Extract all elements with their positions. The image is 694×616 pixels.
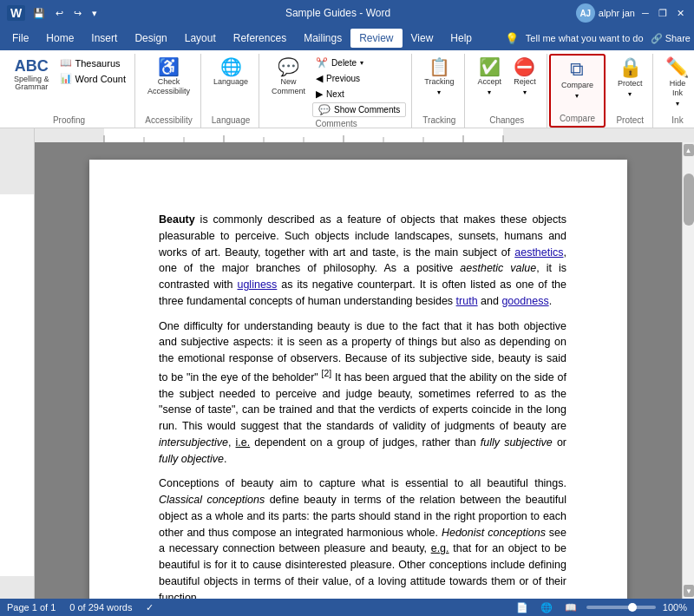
delete-icon: ✂️ bbox=[316, 57, 328, 69]
tracking-label: Tracking bbox=[419, 114, 459, 128]
ribbon-group-accessibility: ♿ CheckAccessibility Accessibility bbox=[137, 54, 201, 128]
delete-comment-button[interactable]: ✂️ Delete ▾ bbox=[312, 56, 406, 70]
app-wrapper: W 💾 ↩ ↪ ▾ Sample Guides - Word AJ alphr … bbox=[0, 0, 694, 616]
accept-dropdown-icon: ▾ bbox=[488, 88, 491, 96]
protect-dropdown-icon: ▾ bbox=[628, 90, 632, 98]
show-comments-button[interactable]: 💬 Show Comments bbox=[312, 102, 406, 117]
goodness-link[interactable]: goodness bbox=[501, 295, 548, 307]
previous-icon: ◀ bbox=[316, 73, 323, 84]
restore-button[interactable]: ❐ bbox=[656, 6, 670, 20]
menu-file[interactable]: File bbox=[3, 29, 37, 48]
scroll-down-button[interactable]: ▼ bbox=[684, 585, 694, 597]
menu-review[interactable]: Review bbox=[350, 29, 402, 48]
language-buttons: 🌐 Language bbox=[208, 56, 253, 114]
zoom-thumb[interactable] bbox=[628, 603, 637, 612]
reject-button[interactable]: ⛔ Reject ▾ bbox=[508, 56, 541, 99]
view-read-icon[interactable]: 📖 bbox=[562, 602, 579, 613]
compare-dropdown-icon: ▾ bbox=[575, 92, 579, 100]
show-comments-icon: 💬 bbox=[318, 104, 331, 115]
compare-label: Compare bbox=[556, 112, 599, 126]
ribbon-group-changes: ✅ Accept ▾ ⛔ Reject ▾ Changes bbox=[467, 54, 547, 128]
aesthetics-link[interactable]: aesthetics bbox=[514, 246, 563, 259]
vertical-ruler bbox=[0, 142, 35, 599]
view-web-icon[interactable]: 🌐 bbox=[538, 602, 555, 613]
language-button[interactable]: 🌐 Language bbox=[208, 56, 253, 89]
menu-bar: File Home Insert Design Layout Reference… bbox=[0, 26, 694, 50]
ugliness-link[interactable]: ugliness bbox=[237, 279, 277, 291]
protect-label: Protect bbox=[612, 114, 648, 128]
protect-button[interactable]: 🔒 Protect ▾ bbox=[612, 56, 648, 101]
title-bar: W 💾 ↩ ↪ ▾ Sample Guides - Word AJ alphr … bbox=[0, 0, 694, 26]
view-print-icon[interactable]: 📄 bbox=[514, 602, 531, 613]
truth-link[interactable]: truth bbox=[456, 295, 478, 307]
close-button[interactable]: ✕ bbox=[673, 6, 687, 20]
document-scroll[interactable]: Beauty is commonly described as a featur… bbox=[35, 142, 682, 599]
svg-rect-15 bbox=[0, 194, 35, 576]
menu-references[interactable]: References bbox=[225, 29, 295, 48]
ribbon-group-protect: 🔒 Protect ▾ Protect bbox=[607, 54, 654, 128]
menu-layout[interactable]: Layout bbox=[176, 29, 225, 48]
ribbon-group-language: 🌐 Language Language bbox=[203, 54, 259, 128]
tracking-dropdown-icon: ▾ bbox=[437, 88, 441, 96]
vertical-ruler-svg bbox=[0, 142, 35, 599]
accept-button[interactable]: ✅ Accept ▾ bbox=[472, 56, 507, 99]
thesaurus-icon: 📖 bbox=[60, 57, 72, 69]
comments-col: ✂️ Delete ▾ ◀ Previous ▶ Next 💬 Show bbox=[312, 56, 406, 117]
check-accessibility-button[interactable]: ♿ CheckAccessibility bbox=[142, 56, 195, 99]
zoom-slider[interactable] bbox=[586, 606, 656, 609]
user-name: alphr jan bbox=[599, 8, 635, 18]
ink-label: Ink bbox=[660, 114, 694, 128]
next-comment-button[interactable]: ▶ Next bbox=[312, 87, 406, 102]
scroll-thumb[interactable] bbox=[684, 174, 694, 226]
wordcount-icon: 📊 bbox=[60, 73, 72, 84]
zoom-level[interactable]: 100% bbox=[663, 602, 687, 613]
menu-help[interactable]: Help bbox=[442, 29, 481, 48]
menu-view[interactable]: View bbox=[403, 29, 442, 48]
previous-comment-button[interactable]: ◀ Previous bbox=[312, 71, 406, 86]
accessibility-label: Accessibility bbox=[142, 114, 195, 128]
user-area: AJ alphr jan ─ ❐ ✕ bbox=[576, 3, 687, 23]
comments-buttons: 💬 NewComment ✂️ Delete ▾ ◀ Previous ▶ bbox=[266, 56, 406, 117]
customize-qat-button[interactable]: ▾ bbox=[89, 6, 100, 21]
hide-ink-button[interactable]: ✏️ HideInk ▾ bbox=[660, 56, 694, 110]
ink-dropdown-icon: ▾ bbox=[676, 100, 679, 108]
ink-icon: ✏️ bbox=[665, 58, 689, 77]
content-area: Beauty is commonly described as a featur… bbox=[0, 128, 694, 599]
document-page: Beauty is commonly described as a featur… bbox=[89, 160, 627, 599]
scroll-up-button[interactable]: ▲ bbox=[684, 144, 694, 156]
share-button[interactable]: 🔗 Share bbox=[651, 33, 691, 44]
menu-home[interactable]: Home bbox=[37, 29, 82, 48]
document-content[interactable]: Beauty is commonly described as a featur… bbox=[159, 212, 566, 599]
vertical-scrollbar[interactable]: ▲ ▼ bbox=[682, 142, 694, 599]
compare-button[interactable]: ⧉ Compare ▾ bbox=[556, 57, 599, 102]
new-comment-button[interactable]: 💬 NewComment bbox=[266, 56, 311, 99]
word-count-status: 0 of 294 words bbox=[69, 602, 132, 613]
proofing-label: Proofing bbox=[9, 114, 129, 128]
redo-qat-button[interactable]: ↪ bbox=[71, 6, 84, 21]
menu-insert[interactable]: Insert bbox=[82, 29, 126, 48]
menu-mailings[interactable]: Mailings bbox=[295, 29, 350, 48]
proofing-col: 📖 Thesaurus 📊 Word Count bbox=[56, 56, 130, 86]
proofing-buttons: ABC Spelling &Grammar 📖 Thesaurus 📊 Word… bbox=[9, 56, 129, 114]
ruler-corner bbox=[0, 128, 35, 142]
word-count-button[interactable]: 📊 Word Count bbox=[56, 71, 130, 86]
accessibility-icon: ♿ bbox=[158, 58, 180, 75]
ink-buttons: ✏️ HideInk ▾ bbox=[660, 56, 694, 114]
tell-me-inline[interactable]: Tell me what you want to do bbox=[526, 33, 644, 43]
paragraph-2: One difficulty for understanding beauty … bbox=[159, 318, 566, 468]
undo-qat-button[interactable]: ↩ bbox=[53, 6, 66, 21]
new-comment-icon: 💬 bbox=[278, 58, 299, 75]
title-bar-left: W 💾 ↩ ↪ ▾ bbox=[7, 5, 100, 21]
menu-design[interactable]: Design bbox=[126, 29, 175, 48]
compare-buttons: ⧉ Compare ▾ bbox=[556, 57, 599, 112]
aesthetic-value-italic: aesthetic value bbox=[460, 262, 536, 274]
thesaurus-button[interactable]: 📖 Thesaurus bbox=[56, 56, 130, 70]
reject-dropdown-icon: ▾ bbox=[523, 88, 527, 96]
tracking-icon: 📋 bbox=[429, 58, 450, 75]
minimize-button[interactable]: ─ bbox=[638, 6, 652, 20]
doc-scroll-area: Beauty is commonly described as a featur… bbox=[0, 142, 694, 599]
main-content: Beauty is commonly described as a featur… bbox=[0, 128, 694, 599]
tracking-button[interactable]: 📋 Tracking ▾ bbox=[419, 56, 459, 99]
spelling-grammar-button[interactable]: ABC Spelling &Grammar bbox=[9, 56, 55, 94]
save-qat-button[interactable]: 💾 bbox=[30, 6, 48, 21]
